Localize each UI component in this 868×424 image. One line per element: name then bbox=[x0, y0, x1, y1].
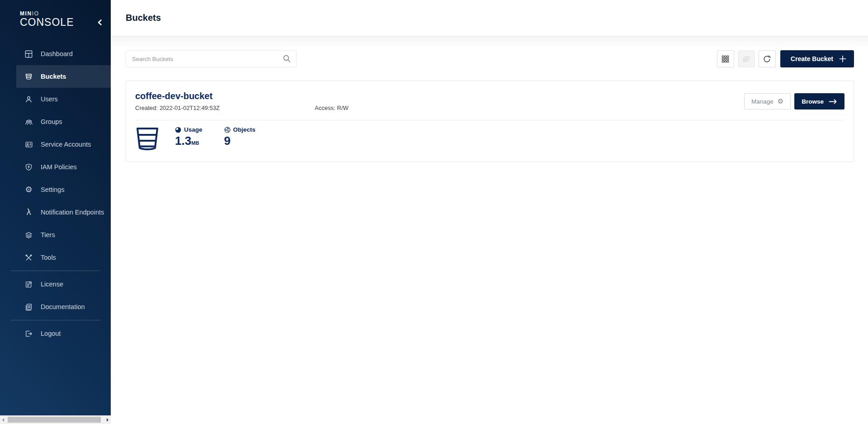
dashboard-icon bbox=[24, 50, 33, 58]
scrollbar-thumb[interactable] bbox=[8, 417, 101, 423]
groups-icon bbox=[24, 118, 33, 126]
menu-divider bbox=[11, 271, 100, 271]
sidebar-item-label: Tools bbox=[41, 254, 56, 261]
layers-icon bbox=[24, 231, 33, 239]
page-header: Buckets bbox=[111, 0, 868, 36]
delete-buckets-icon bbox=[742, 55, 750, 63]
objects-metric: Objects 9 bbox=[224, 126, 256, 147]
page-title: Buckets bbox=[126, 13, 161, 23]
shield-icon bbox=[24, 163, 33, 172]
license-icon bbox=[24, 280, 33, 289]
sidebar-item-users[interactable]: Users bbox=[0, 88, 111, 110]
usage-label: Usage bbox=[184, 126, 203, 133]
scroll-right-arrow-icon[interactable] bbox=[107, 418, 108, 422]
sidebar-item-license[interactable]: License bbox=[0, 273, 111, 295]
objects-icon bbox=[224, 127, 231, 133]
delete-buckets-button[interactable] bbox=[738, 50, 755, 67]
toolbar-actions: Create Bucket bbox=[717, 50, 854, 67]
tools-icon bbox=[24, 253, 33, 262]
grid-view-button[interactable] bbox=[717, 50, 734, 67]
gear-icon: ⚙ bbox=[24, 186, 33, 194]
buckets-icon bbox=[24, 72, 33, 81]
usage-value: 1.3MB bbox=[175, 135, 203, 147]
documentation-icon bbox=[24, 303, 33, 311]
sidebar-item-tools[interactable]: Tools bbox=[0, 246, 111, 269]
sidebar-item-label: License bbox=[41, 281, 63, 288]
refresh-button[interactable] bbox=[759, 50, 776, 67]
create-bucket-label: Create Bucket bbox=[791, 55, 833, 62]
created-value: 2022-01-02T12:49:53Z bbox=[160, 105, 220, 111]
bucket-card: coffee-dev-bucket Created: 2022-01-02T12… bbox=[126, 81, 854, 162]
sidebar-item-label: Dashboard bbox=[41, 50, 73, 57]
usage-unit: MB bbox=[191, 140, 199, 146]
sidebar-item-label: Groups bbox=[41, 118, 62, 125]
sidebar-item-logout[interactable]: Logout bbox=[0, 322, 111, 345]
bucket-name-link[interactable]: coffee-dev-bucket bbox=[135, 91, 212, 101]
brand-min: MIN bbox=[20, 10, 32, 17]
arrow-right-icon bbox=[829, 99, 837, 105]
sidebar: MINIO CONSOLE Dashboard Buckets bbox=[0, 0, 111, 415]
grid-view-icon bbox=[722, 55, 729, 63]
chevron-left-icon bbox=[97, 19, 103, 26]
sidebar-item-label: Service Accounts bbox=[41, 141, 91, 148]
sidebar-item-label: Documentation bbox=[41, 303, 85, 310]
search-input[interactable] bbox=[126, 50, 297, 67]
lambda-icon: λ bbox=[24, 208, 33, 217]
usage-metric: Usage 1.3MB bbox=[175, 126, 203, 147]
sidebar-item-documentation[interactable]: Documentation bbox=[0, 295, 111, 318]
sidebar-item-label: IAM Policies bbox=[41, 163, 77, 171]
objects-value: 9 bbox=[224, 135, 256, 147]
create-bucket-button[interactable]: Create Bucket bbox=[780, 50, 854, 67]
sidebar-item-tiers[interactable]: Tiers bbox=[0, 224, 111, 246]
sidebar-item-label: Buckets bbox=[41, 73, 66, 80]
sidebar-item-label: Tiers bbox=[41, 231, 55, 238]
sidebar-item-label: Settings bbox=[41, 186, 64, 193]
objects-label: Objects bbox=[233, 126, 256, 133]
browse-button[interactable]: Browse bbox=[794, 93, 844, 110]
sidebar-horizontal-scrollbar[interactable] bbox=[0, 415, 111, 424]
brand-io: IO bbox=[32, 10, 39, 17]
browse-label: Browse bbox=[802, 98, 824, 105]
service-accounts-icon bbox=[24, 140, 33, 149]
sidebar-item-service-accounts[interactable]: Service Accounts bbox=[0, 133, 111, 156]
sidebar-collapse-button[interactable] bbox=[96, 18, 104, 27]
manage-button[interactable]: Manage ⚙ bbox=[744, 93, 791, 110]
logout-icon bbox=[24, 329, 33, 338]
sidebar-item-label: Notification Endpoints bbox=[41, 209, 104, 216]
buckets-toolbar: Create Bucket bbox=[126, 36, 854, 67]
sidebar-item-buckets[interactable]: Buckets bbox=[16, 65, 111, 88]
bucket-metrics: Usage 1.3MB Objects 9 bbox=[135, 120, 844, 153]
refresh-icon bbox=[763, 55, 771, 63]
user-icon bbox=[24, 95, 33, 104]
sidebar-item-settings[interactable]: ⚙ Settings bbox=[0, 178, 111, 201]
bucket-info-row: Created: 2022-01-02T12:49:53Z Access: R/… bbox=[135, 105, 844, 111]
manage-label: Manage bbox=[751, 98, 774, 105]
bucket-access: Access: R/W bbox=[315, 105, 349, 111]
search-icon bbox=[283, 54, 291, 63]
sidebar-item-dashboard[interactable]: Dashboard bbox=[0, 43, 111, 65]
menu-divider bbox=[11, 320, 100, 320]
sidebar-menu: Dashboard Buckets Users Groups Service A bbox=[0, 43, 111, 345]
brand-console: CONSOLE bbox=[20, 17, 74, 28]
gear-icon: ⚙ bbox=[778, 98, 783, 105]
access-value: R/W bbox=[337, 105, 349, 111]
sidebar-item-label: Users bbox=[41, 95, 58, 103]
created-label: Created: bbox=[135, 105, 158, 111]
sidebar-item-iam-policies[interactable]: IAM Policies bbox=[0, 156, 111, 178]
bucket-icon bbox=[136, 126, 159, 153]
sidebar-item-label: Logout bbox=[41, 330, 61, 337]
usage-pie-icon bbox=[175, 127, 181, 133]
sidebar-item-notification-endpoints[interactable]: λ Notification Endpoints bbox=[0, 201, 111, 224]
plus-icon bbox=[839, 55, 846, 62]
scroll-left-arrow-icon[interactable] bbox=[2, 418, 4, 422]
search-box bbox=[126, 50, 297, 67]
bucket-created: Created: 2022-01-02T12:49:53Z bbox=[135, 105, 315, 111]
content-area: Create Bucket coffee-dev-bucket Created:… bbox=[111, 36, 868, 424]
main-area: Buckets bbox=[111, 0, 868, 424]
minio-console-logo: MINIO CONSOLE bbox=[20, 11, 74, 28]
sidebar-item-groups[interactable]: Groups bbox=[0, 110, 111, 133]
access-label: Access: bbox=[315, 105, 335, 111]
bucket-card-actions: Manage ⚙ Browse bbox=[744, 93, 844, 110]
